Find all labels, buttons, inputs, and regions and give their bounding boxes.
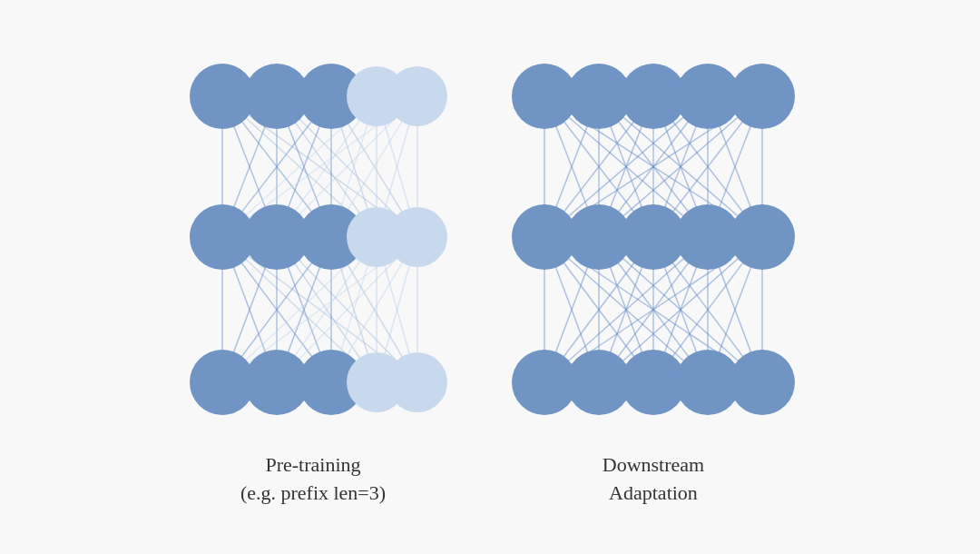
node <box>730 64 795 129</box>
pretraining-diagram: Pre-training (e.g. prefix len=3) <box>186 46 440 508</box>
adaptation-svg <box>513 46 794 437</box>
caption-line1: Downstream <box>603 451 704 480</box>
node-light <box>387 207 447 267</box>
caption-line1: Pre-training <box>240 451 386 480</box>
node <box>730 204 795 270</box>
node-light <box>387 66 447 126</box>
caption-line2: (e.g. prefix len=3) <box>240 480 386 508</box>
adaptation-caption: Downstream Adaptation <box>603 451 704 508</box>
adaptation-diagram: Downstream Adaptation <box>513 46 794 508</box>
pretraining-caption: Pre-training (e.g. prefix len=3) <box>240 451 386 508</box>
main-container: Pre-training (e.g. prefix len=3) <box>168 28 812 526</box>
node <box>730 350 795 415</box>
pretraining-svg <box>186 46 440 437</box>
caption-line2: Adaptation <box>603 480 704 508</box>
node-light <box>387 352 447 412</box>
